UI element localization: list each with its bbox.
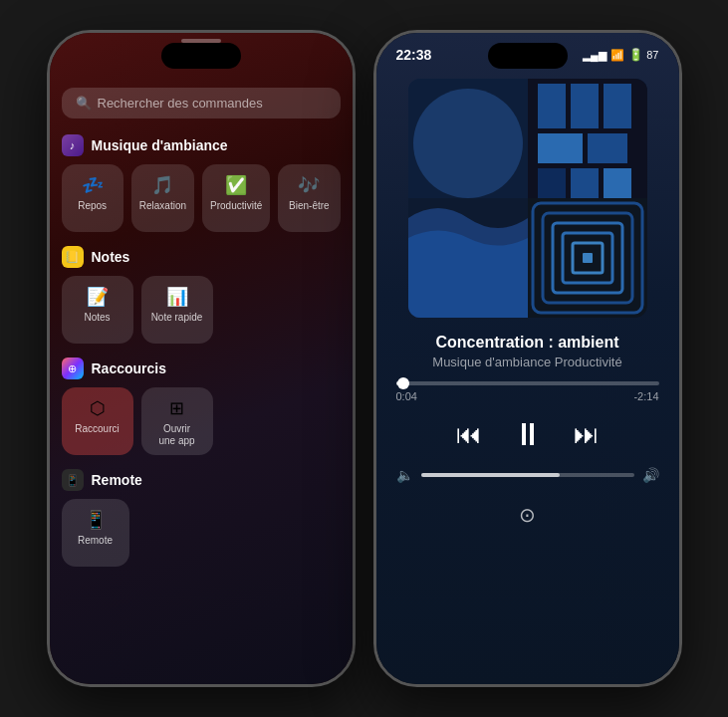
- svg-rect-7: [588, 133, 627, 163]
- search-bar[interactable]: 🔍 Rechercher des commandes: [62, 88, 341, 119]
- dynamic-island-left: [161, 43, 241, 69]
- note-icon: 📝: [87, 286, 109, 308]
- section-title-remote: Remote: [92, 472, 142, 488]
- section-remote: 📱 Remote 📱 Remote: [62, 469, 341, 567]
- left-phone: 🔍 Rechercher des commandes ♪ Musique d'a…: [47, 30, 356, 687]
- bienetre-icon: 🎶: [298, 174, 320, 196]
- right-screen: 22:38 ▂▄▆ 📶 🔋 87: [376, 33, 679, 684]
- raccourcis-grid: ⬡ Raccourci ⊞ Ouvrir une app: [62, 387, 341, 455]
- track-title: Concentration : ambient: [396, 334, 659, 352]
- remote-item-label: Remote: [78, 535, 113, 546]
- grid-item-raccourci[interactable]: ⬡ Raccourci: [62, 387, 133, 455]
- remote-section-icon: 📱: [62, 469, 84, 491]
- signal-icon: ▂▄▆: [583, 49, 607, 62]
- section-title-raccourcis: Raccourcis: [92, 360, 166, 376]
- progress-thumb[interactable]: [397, 377, 409, 389]
- grid-spacer-4: [285, 387, 341, 455]
- volume-fill: [421, 473, 560, 477]
- grid-item-bienetre[interactable]: 🎶 Bien-être: [278, 164, 340, 232]
- svg-rect-18: [583, 253, 593, 263]
- remote-grid: 📱 Remote: [62, 499, 341, 567]
- grid-item-remote[interactable]: 📱 Remote: [62, 499, 129, 567]
- status-icons: ▂▄▆ 📶 🔋 87: [583, 48, 658, 62]
- album-art: [408, 79, 647, 318]
- svg-rect-3: [538, 84, 566, 128]
- rewind-button[interactable]: ⏮: [456, 419, 482, 450]
- relaxation-icon: 🎵: [151, 174, 173, 196]
- note-rapide-label: Note rapide: [151, 312, 203, 324]
- track-info: Concentration : ambient Musique d'ambian…: [376, 334, 679, 369]
- note-rapide-icon: 📊: [166, 286, 188, 308]
- volume-low-icon: 🔈: [396, 467, 413, 483]
- left-screen: 🔍 Rechercher des commandes ♪ Musique d'a…: [50, 33, 353, 684]
- musique-icon: ♪: [62, 134, 84, 156]
- remote-item-icon: 📱: [85, 509, 107, 531]
- svg-rect-9: [571, 168, 599, 198]
- grid-spacer-3: [221, 387, 277, 455]
- track-subtitle: Musique d'ambiance Productivité: [396, 355, 659, 369]
- time-labels: 0:04 -2:14: [396, 390, 659, 402]
- svg-rect-6: [538, 133, 583, 163]
- grid-item-notes[interactable]: 📝 Notes: [62, 276, 133, 344]
- two-phones-container: 🔍 Rechercher des commandes ♪ Musique d'a…: [47, 30, 682, 687]
- pause-button[interactable]: ⏸: [512, 416, 544, 453]
- notes-icon: 📒: [62, 246, 84, 268]
- volume-bar[interactable]: [421, 473, 634, 477]
- grid-spacer-2: [285, 276, 341, 344]
- svg-rect-5: [604, 84, 631, 128]
- svg-rect-8: [538, 168, 566, 198]
- svg-rect-4: [571, 84, 599, 128]
- album-artwork: [408, 79, 647, 318]
- section-title-musique: Musique d'ambiance: [92, 137, 228, 153]
- playback-controls: ⏮ ⏸ ⏭: [376, 416, 679, 453]
- raccourci-icon: ⬡: [90, 397, 106, 419]
- section-musique: ♪ Musique d'ambiance 💤 Repos 🎵 Relaxatio…: [62, 134, 341, 232]
- repos-icon: 💤: [82, 174, 104, 196]
- section-header-raccourcis: ⊕ Raccourcis: [62, 358, 341, 379]
- search-icon: 🔍: [76, 96, 92, 111]
- progress-bar[interactable]: [396, 381, 659, 385]
- battery-icon: 🔋 87: [628, 48, 659, 62]
- repos-label: Repos: [78, 200, 107, 212]
- section-notes: 📒 Notes 📝 Notes 📊 Note rapide: [62, 246, 341, 344]
- grid-item-productivite[interactable]: ✅ Productivité: [202, 164, 270, 232]
- notes-grid: 📝 Notes 📊 Note rapide: [62, 276, 341, 344]
- ouvrir-app-icon: ⊞: [169, 397, 184, 419]
- section-header-notes: 📒 Notes: [62, 246, 341, 268]
- productivite-icon: ✅: [225, 174, 247, 196]
- wifi-icon: 📶: [610, 49, 624, 62]
- section-title-notes: Notes: [92, 249, 130, 265]
- section-header-remote: 📱 Remote: [62, 469, 341, 491]
- search-placeholder: Rechercher des commandes: [98, 96, 263, 111]
- grid-item-repos[interactable]: 💤 Repos: [62, 164, 123, 232]
- note-label: Notes: [84, 312, 110, 324]
- airplay-section: ⊙: [376, 503, 679, 527]
- raccourci-label: Raccourci: [75, 423, 119, 435]
- bienetre-label: Bien-être: [289, 200, 330, 212]
- right-phone: 22:38 ▂▄▆ 📶 🔋 87: [373, 30, 682, 687]
- dynamic-island-right: [488, 43, 568, 69]
- time-current: 0:04: [396, 390, 417, 402]
- grid-item-ouvrir-app[interactable]: ⊞ Ouvrir une app: [141, 387, 213, 455]
- airplay-button[interactable]: ⊙: [519, 503, 536, 527]
- grid-spacer-1: [221, 276, 277, 344]
- volume-high-icon: 🔊: [642, 467, 659, 483]
- productivite-label: Productivité: [210, 200, 262, 212]
- ouvrir-app-label: Ouvrir une app: [158, 423, 194, 447]
- progress-section: 0:04 -2:14: [376, 381, 679, 402]
- grid-item-relaxation[interactable]: 🎵 Relaxation: [131, 164, 194, 232]
- svg-rect-10: [604, 168, 631, 198]
- status-time: 22:38: [396, 47, 432, 63]
- time-remaining: -2:14: [633, 390, 658, 402]
- raccourcis-icon: ⊕: [62, 358, 84, 379]
- section-header-musique: ♪ Musique d'ambiance: [62, 134, 341, 156]
- grid-item-note-rapide[interactable]: 📊 Note rapide: [141, 276, 213, 344]
- volume-section: 🔈 🔊: [376, 467, 679, 483]
- section-raccourcis: ⊕ Raccourcis ⬡ Raccourci ⊞ Ouvrir une ap…: [62, 358, 341, 455]
- relaxation-label: Relaxation: [139, 200, 186, 212]
- svg-point-1: [413, 89, 523, 198]
- musique-grid: 💤 Repos 🎵 Relaxation ✅ Productivité 🎶 Bi…: [62, 164, 341, 232]
- fast-forward-button[interactable]: ⏭: [574, 419, 600, 450]
